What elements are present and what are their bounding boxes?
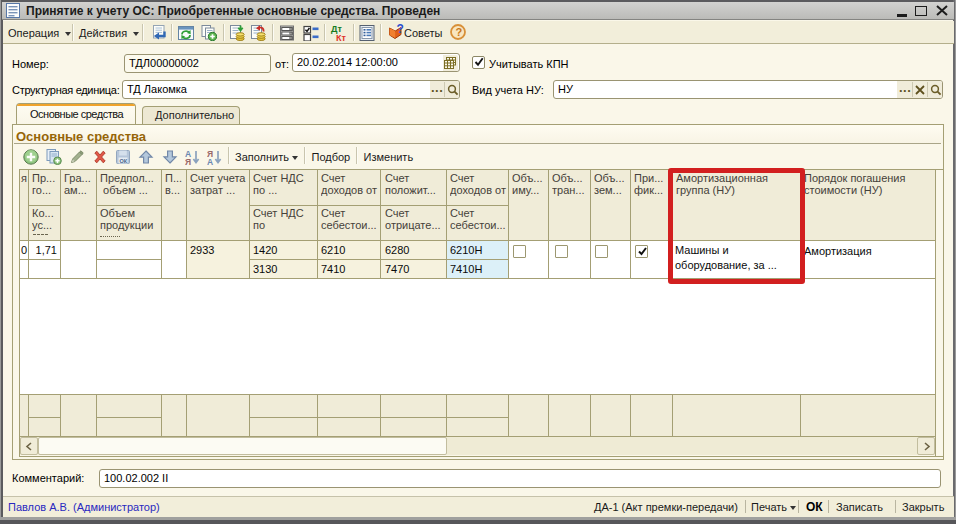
svg-text:Я: Я (185, 157, 191, 166)
svg-text:А: А (207, 157, 213, 166)
svg-text:?: ? (455, 26, 462, 38)
svg-text:?: ? (397, 24, 404, 36)
svg-text:ОК: ОК (119, 158, 127, 164)
